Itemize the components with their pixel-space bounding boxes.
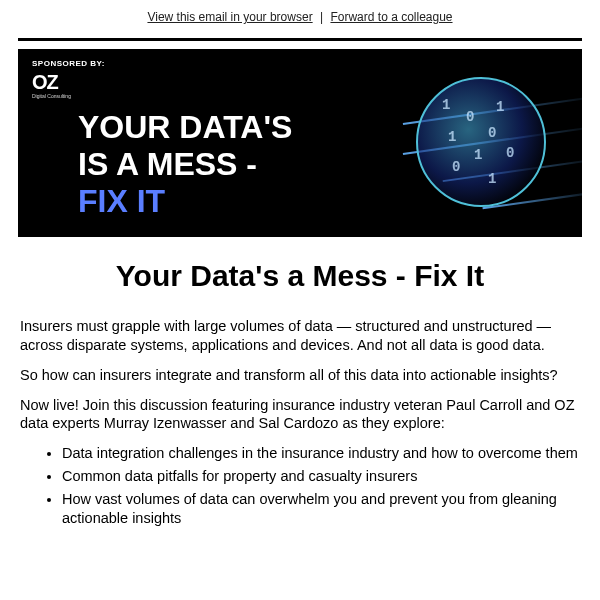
article-body: Insurers must grapple with large volumes…: [20, 317, 580, 528]
sponsor-label: SPONSORED BY:: [32, 59, 105, 68]
paragraph: Insurers must grapple with large volumes…: [20, 317, 580, 355]
list-item: Common data pitfalls for property and ca…: [62, 467, 580, 486]
hero-banner: SPONSORED BY: OZ Digital Consulting YOUR…: [18, 49, 582, 237]
banner-line-2: IS A MESS -: [78, 146, 292, 183]
email-header-links: View this email in your browser | Forwar…: [0, 0, 600, 34]
list-item: How vast volumes of data can overwhelm y…: [62, 490, 580, 528]
bullet-list: Data integration challenges in the insur…: [62, 444, 580, 527]
banner-line-1: YOUR DATA'S: [78, 109, 292, 146]
paragraph: Now live! Join this discussion featuring…: [20, 396, 580, 434]
horizontal-divider: [18, 38, 582, 41]
data-globe-icon: 1 0 1 0 1 0 1 1 0: [416, 77, 546, 207]
banner-headline: YOUR DATA'S IS A MESS - FIX IT: [78, 109, 292, 219]
paragraph: So how can insurers integrate and transf…: [20, 366, 580, 385]
sponsor-logo: OZ: [32, 71, 58, 94]
sponsor-logo-subtitle: Digital Consulting: [32, 93, 71, 99]
banner-line-3: FIX IT: [78, 183, 292, 220]
forward-link[interactable]: Forward to a colleague: [330, 10, 452, 24]
view-in-browser-link[interactable]: View this email in your browser: [147, 10, 312, 24]
article-headline: Your Data's a Mess - Fix It: [18, 259, 582, 293]
list-item: Data integration challenges in the insur…: [62, 444, 580, 463]
link-separator: |: [320, 10, 323, 24]
